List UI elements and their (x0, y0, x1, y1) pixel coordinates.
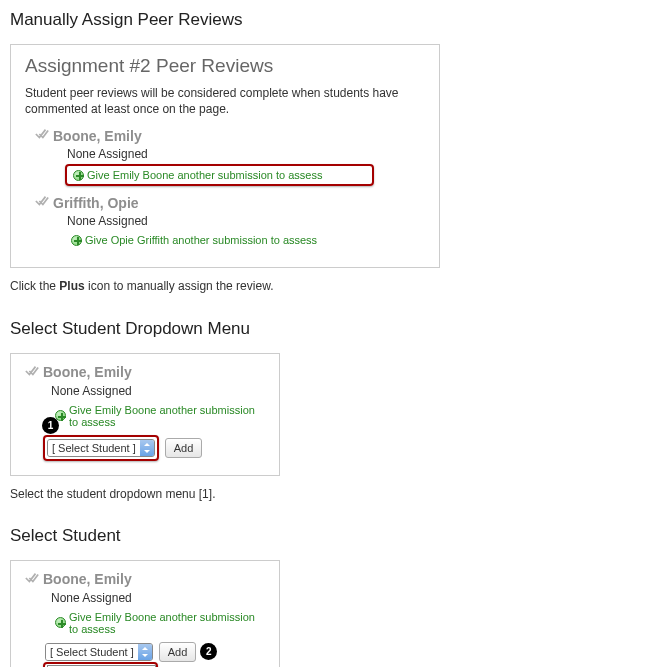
student-name-text: Boone, Emily (53, 128, 142, 144)
none-assigned: None Assigned (51, 591, 265, 605)
student-name: Boone, Emily (25, 571, 265, 588)
give-submission-text: Give Emily Boone another submission to a… (69, 404, 259, 428)
none-assigned: None Assigned (51, 384, 265, 398)
panel-description: Student peer reviews will be considered … (25, 85, 425, 117)
add-button[interactable]: Add (165, 438, 203, 458)
student-name-text: Boone, Emily (43, 571, 132, 587)
panel-dropdown: Boone, Emily None Assigned Give Emily Bo… (10, 353, 280, 476)
checkmark-icon (35, 194, 49, 211)
student-name-text: Boone, Emily (43, 364, 132, 380)
caption-manual: Click the Plus icon to manually assign t… (10, 278, 640, 294)
none-assigned: None Assigned (67, 147, 425, 161)
select-row: [ Select Student ] Add 2 (45, 642, 265, 662)
student-name: Boone, Emily (35, 127, 425, 144)
checkmark-icon (35, 127, 49, 144)
step-badge-2: 2 (200, 643, 217, 660)
select-highlight-box: [ Select Student ] (43, 435, 159, 461)
chevron-updown-icon (138, 644, 152, 660)
student-select[interactable]: [ Select Student ] (47, 439, 155, 457)
select-row: 1 [ Select Student ] Add (43, 435, 265, 461)
give-submission-link[interactable]: Give Emily Boone another submission to a… (49, 608, 265, 638)
select-value: [ Select Student ] (46, 644, 138, 660)
student-name: Griffith, Opie (35, 194, 425, 211)
panel-select-student: Boone, Emily None Assigned Give Emily Bo… (10, 560, 280, 667)
student-name: Boone, Emily (25, 364, 265, 381)
panel-manual: Assignment #2 Peer Reviews Student peer … (10, 44, 440, 268)
step-badge-1: 1 (42, 417, 59, 434)
give-submission-link[interactable]: Give Emily Boone another submission to a… (65, 164, 374, 186)
caption-dropdown: Select the student dropdown menu [1]. (10, 486, 640, 502)
student-block: Griffith, Opie None Assigned Give Opie G… (35, 194, 425, 249)
plus-icon (71, 235, 82, 246)
section-title-dropdown: Select Student Dropdown Menu (10, 319, 640, 339)
give-submission-text: Give Emily Boone another submission to a… (87, 169, 322, 181)
checkmark-icon (25, 571, 39, 588)
plus-icon (55, 617, 66, 628)
give-submission-link[interactable]: Give Opie Griffith another submission to… (65, 231, 323, 249)
student-block: Boone, Emily None Assigned Give Emily Bo… (35, 127, 425, 186)
student-select[interactable]: [ Select Student ] (45, 643, 153, 661)
give-submission-link[interactable]: Give Emily Boone another submission to a… (49, 401, 265, 431)
panel-title: Assignment #2 Peer Reviews (25, 55, 425, 77)
dropdown-highlight-box: 1 [ Select Student ] Boone, Emily Griffi… (43, 662, 158, 667)
none-assigned: None Assigned (67, 214, 425, 228)
give-submission-text: Give Emily Boone another submission to a… (69, 611, 259, 635)
plus-icon (73, 170, 84, 181)
give-submission-text: Give Opie Griffith another submission to… (85, 234, 317, 246)
section-title-select-student: Select Student (10, 526, 640, 546)
chevron-updown-icon (140, 440, 154, 456)
select-value: [ Select Student ] (48, 440, 140, 456)
student-name-text: Griffith, Opie (53, 195, 139, 211)
add-button[interactable]: Add (159, 642, 197, 662)
checkmark-icon (25, 364, 39, 381)
section-title-manual: Manually Assign Peer Reviews (10, 10, 640, 30)
